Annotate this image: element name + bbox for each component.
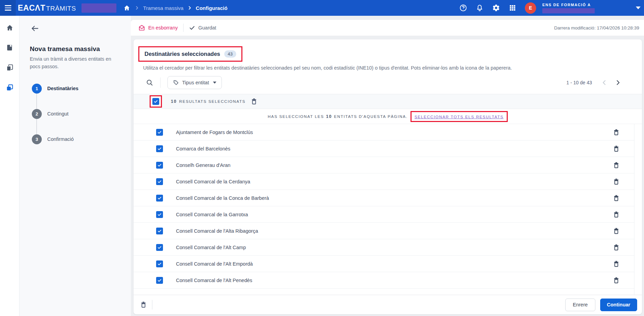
step-contingut[interactable]: 2 Contingut — [30, 109, 123, 119]
notifications-bell-icon[interactable] — [476, 4, 484, 12]
step-label: Confirmació — [47, 136, 74, 142]
entity-name: Consell Comarcal de l'Alt Penedès — [176, 278, 252, 283]
delete-entity-trash-icon[interactable] — [613, 244, 620, 251]
logo-suffix: TRÀMITS — [46, 5, 76, 12]
delete-selected-trash-icon[interactable] — [250, 98, 258, 105]
banner-prefix: HAS SELECCIONAT LES — [268, 114, 324, 119]
section-heading: Destinatàries seleccionades — [144, 51, 220, 57]
select-all-results-link[interactable]: SELECCIONAR TOTS ELS RESULTATS — [415, 115, 504, 119]
entity-checkbox[interactable] — [156, 228, 163, 234]
step-confirmacio[interactable]: 3 Confirmació — [30, 134, 123, 144]
user-avatar[interactable]: E — [525, 2, 536, 14]
delete-entity-trash-icon[interactable] — [613, 211, 620, 218]
status-bar: En esborrany Guardat Darrera modificació… — [131, 20, 644, 36]
step-label: Contingut — [47, 111, 68, 117]
entity-name: Conselh Generau d'Aran — [176, 162, 230, 168]
settings-gear-icon[interactable] — [492, 4, 500, 12]
delete-entity-trash-icon[interactable] — [613, 161, 620, 169]
entity-checkbox[interactable] — [156, 277, 163, 284]
rail-book-icon[interactable] — [5, 43, 14, 52]
step-destinataries[interactable]: 1 Destinatàries — [30, 84, 123, 94]
select-all-link-annotation-box: SELECCIONAR TOTS ELS RESULTATS — [411, 111, 508, 122]
banner-count: 10 — [326, 114, 332, 119]
entity-list: Ajuntament de Fogars de Montclús Comarca… — [134, 124, 634, 295]
delete-entity-trash-icon[interactable] — [613, 260, 620, 268]
step-number: 2 — [32, 109, 42, 119]
entity-checkbox[interactable] — [156, 260, 163, 267]
back-button[interactable]: Enrere — [565, 299, 595, 311]
user-menu-caret-icon[interactable] — [636, 7, 641, 9]
entity-name: Consell Comarcal de l'Alt Camp — [176, 245, 246, 250]
delete-entity-trash-icon[interactable] — [613, 227, 620, 235]
redacted-user-block — [542, 8, 595, 13]
recipients-card: Destinatàries seleccionades 43 Utilitza … — [134, 39, 642, 314]
delete-entity-trash-icon[interactable] — [613, 277, 620, 284]
step-label: Destinatàries — [47, 86, 78, 91]
entity-checkbox[interactable] — [156, 244, 163, 251]
entity-checkbox[interactable] — [156, 145, 163, 152]
saved-status-label: Guardat — [198, 25, 216, 31]
entity-row: Consell Comarcal de la Conca de Barberà — [134, 190, 634, 206]
pagination-prev-icon[interactable] — [601, 79, 608, 86]
toolbar-divider — [160, 77, 161, 88]
entity-name: Consell Comarcal de l'Alta Ribagorça — [176, 228, 258, 234]
main-content: En esborrany Guardat Darrera modificació… — [131, 16, 644, 316]
page-subtitle: Envia un tràmit a diverses entitats en p… — [30, 56, 112, 71]
entity-name: Consell Comarcal de la Conca de Barberà — [176, 195, 269, 201]
rail-massive-submission-icon-active[interactable] — [5, 83, 14, 92]
apps-grid-icon[interactable] — [508, 4, 517, 12]
status-divider — [183, 24, 184, 32]
entity-type-filter-label: Tipus entitat — [182, 80, 209, 85]
entity-row: Conselh Generau d'Aran — [134, 157, 634, 173]
redacted-header-block — [81, 3, 116, 13]
select-all-annotation-box — [150, 95, 162, 108]
entity-name: Consell Comarcal de la Cerdanya — [176, 179, 250, 184]
entity-row: Consell Comarcal de la Garrotxa — [134, 206, 634, 223]
card-footer: Enrere Continuar — [134, 295, 642, 314]
breadcrumb-current: Configuració — [196, 5, 228, 11]
tag-icon — [173, 80, 179, 86]
entity-name: Consell Comarcal de la Garrotxa — [176, 212, 248, 217]
back-arrow-icon[interactable] — [30, 24, 39, 33]
icon-rail — [0, 16, 20, 316]
pagination-next-icon[interactable] — [615, 79, 621, 86]
saved-status: Guardat — [189, 25, 216, 31]
heading-annotation-box: Destinatàries seleccionades 43 — [138, 46, 242, 62]
top-navigation-bar: EACΛT TRÀMITS Tramesa massiva Configurac… — [0, 0, 644, 16]
entity-row: Consell Comarcal de l'Alt Empordà — [134, 256, 634, 272]
entity-row: Consell Comarcal de l'Alta Ribagorça — [134, 223, 634, 239]
footer-trash-icon[interactable] — [140, 301, 147, 308]
delete-entity-trash-icon[interactable] — [613, 145, 620, 153]
home-icon[interactable] — [123, 4, 131, 12]
search-icon[interactable] — [146, 79, 153, 86]
help-icon[interactable] — [459, 4, 467, 12]
draft-status-label: En esborrany — [148, 25, 178, 31]
entity-checkbox[interactable] — [156, 178, 163, 185]
delete-entity-trash-icon[interactable] — [613, 178, 620, 185]
entity-checkbox[interactable] — [156, 211, 163, 218]
delete-entity-trash-icon[interactable] — [613, 129, 620, 136]
entity-type-filter-dropdown[interactable]: Tipus entitat — [167, 76, 222, 89]
entity-name: Ajuntament de Fogars de Montclús — [176, 130, 253, 135]
entity-row: Consell Comarcal de l'Alt Camp — [134, 239, 634, 256]
user-org-label: ENS DE FORMACIÓ A — [542, 3, 595, 7]
logo-brand: EACΛT — [18, 3, 45, 13]
recipients-count-badge: 43 — [224, 50, 236, 58]
rail-home-icon[interactable] — [5, 23, 14, 32]
app-logo: EACΛT TRÀMITS — [18, 3, 76, 13]
select-all-checkbox[interactable] — [152, 98, 159, 105]
entity-checkbox[interactable] — [156, 129, 163, 136]
hamburger-menu-icon[interactable] — [0, 0, 16, 16]
continue-button[interactable]: Continuar — [600, 299, 637, 311]
wizard-steps: 1 Destinatàries 2 Contingut 3 Confirmaci… — [30, 84, 123, 144]
app-window: EACΛT TRÀMITS Tramesa massiva Configurac… — [0, 0, 644, 316]
delete-entity-trash-icon[interactable] — [613, 194, 620, 202]
breadcrumb-section[interactable]: Tramesa massiva — [143, 5, 184, 11]
entity-checkbox[interactable] — [156, 162, 163, 169]
entity-checkbox[interactable] — [156, 195, 163, 202]
footer-divider — [152, 300, 152, 309]
pagination: 1 - 10 de 43 — [566, 79, 621, 86]
rail-copy-documents-icon[interactable] — [5, 63, 14, 72]
step-number: 1 — [32, 84, 42, 94]
chevron-down-icon — [213, 82, 216, 84]
